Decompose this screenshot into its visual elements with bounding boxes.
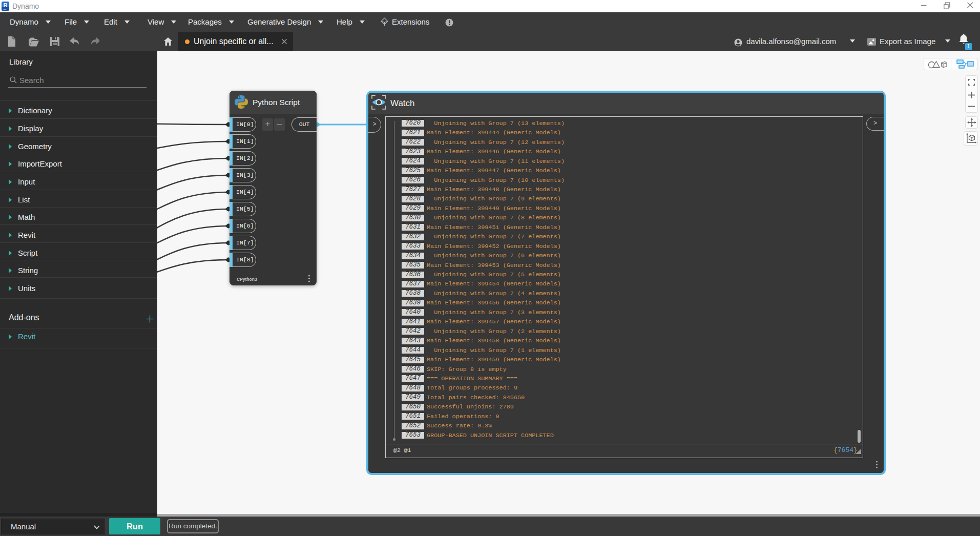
svg-text:R: R <box>4 2 8 8</box>
svg-text:RVT: RVT <box>4 8 8 11</box>
